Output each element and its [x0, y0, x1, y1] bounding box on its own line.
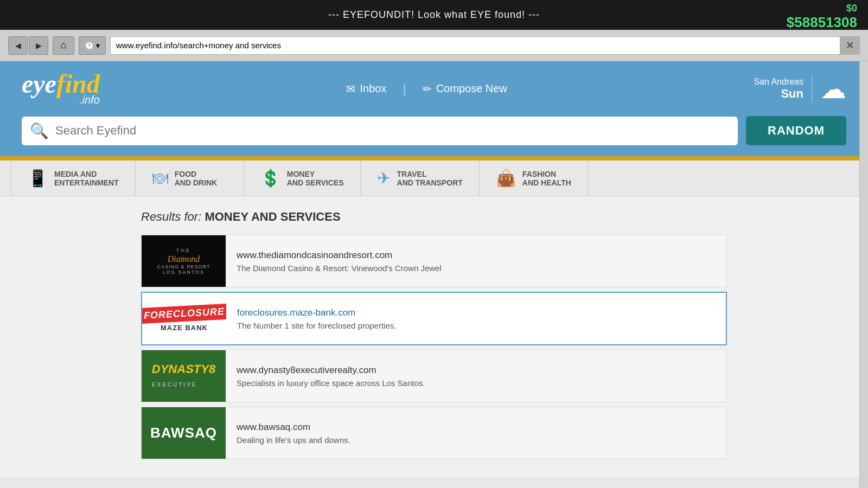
result-info: www.dynasty8executiverealty.com Speciali… — [226, 350, 436, 402]
thumb-diamond: THE Diamond CASINO & RESORT LOS SANTOS — [142, 235, 226, 287]
search-bar-wrapper: 🔍 — [22, 117, 738, 145]
thumb-bawsaq-text: BAWSAQ — [150, 425, 217, 441]
logo[interactable]: eyefind .info — [22, 71, 100, 106]
cat-line1: FASHION — [522, 170, 571, 178]
category-text: MEDIA AND ENTERTAINMENT — [54, 170, 119, 187]
cat-line1: MONEY — [287, 170, 344, 178]
nav-separator: | — [403, 81, 406, 97]
result-desc: Dealing in life's ups and downs. — [237, 435, 350, 445]
money-main: $58851308 — [787, 14, 857, 31]
random-button[interactable]: RANDOM — [746, 116, 846, 145]
thumb-dynasty-inner: DYNASTY8 EXECUTIVE — [152, 363, 215, 389]
money-display: $0 $58851308 — [787, 3, 857, 31]
result-url[interactable]: www.thediamondcasinoandresort.com — [237, 250, 442, 261]
thumb-dynasty: DYNASTY8 EXECUTIVE — [142, 350, 226, 402]
logo-eyefind: eyefind — [22, 71, 100, 97]
compose-icon: ✏ — [423, 82, 432, 95]
top-bar: --- EYEFOUNDIT! Look what EYE found! ---… — [0, 0, 868, 30]
result-url[interactable]: www.bawsaq.com — [237, 422, 350, 433]
cat-line2: AND SERVICES — [287, 178, 344, 187]
result-info: www.bawsaq.com Dealing in life's ups and… — [226, 407, 361, 459]
result-desc: The Diamond Casino & Resort: Vinewood's … — [237, 264, 442, 273]
compose-label: Compose New — [436, 82, 507, 95]
result-desc: Specialists in luxury office space acros… — [237, 378, 425, 388]
result-thumb: THE Diamond CASINO & RESORT LOS SANTOS — [142, 235, 226, 287]
thumb-maze: FORECLOSURE MAZE BANK — [142, 293, 226, 344]
result-item[interactable]: THE Diamond CASINO & RESORT LOS SANTOS w… — [141, 235, 727, 287]
cat-line2: AND HEALTH — [522, 178, 571, 187]
search-icon: 🔍 — [30, 122, 49, 140]
nav-buttons: ◀ ▶ — [8, 36, 48, 55]
money-top: $0 — [787, 3, 857, 14]
thumb-diamond-title: Diamond — [168, 254, 200, 264]
nav-links: ✉ Inbox | ✏ Compose New — [346, 81, 507, 97]
address-bar[interactable] — [110, 36, 840, 55]
cat-line2: AND TRANSPORT — [397, 178, 463, 187]
cloud-icon: ☁ — [820, 74, 846, 104]
category-icon: 💲 — [260, 169, 280, 188]
result-thumb: FORECLOSURE MAZE BANK — [142, 293, 226, 344]
cat-line1: TRAVEL — [397, 170, 463, 178]
history-button[interactable]: 🕐 ▾ — [79, 36, 106, 55]
category-item[interactable]: 👜 FASHION AND HEALTH — [480, 160, 588, 196]
result-thumb: DYNASTY8 EXECUTIVE — [142, 350, 226, 402]
weather-location: San Andreas Sun — [754, 77, 803, 101]
gold-bar — [0, 156, 868, 160]
cat-line2: AND DRINK — [175, 178, 218, 187]
browser-chrome: ◀ ▶ ⌂ 🕐 ▾ ✕ — [0, 30, 868, 61]
forward-button[interactable]: ▶ — [29, 36, 48, 55]
thumb-bawsaq: BAWSAQ — [142, 407, 226, 459]
category-item[interactable]: ✈ TRAVEL AND TRANSPORT — [361, 160, 480, 196]
result-item[interactable]: BAWSAQ www.bawsaq.com Dealing in life's … — [141, 407, 727, 459]
category-icon: 🍽 — [152, 169, 168, 188]
results-list: THE Diamond CASINO & RESORT LOS SANTOS w… — [141, 235, 727, 459]
result-thumb: BAWSAQ — [142, 407, 226, 459]
thumb-diamond-sub: LOS SANTOS — [163, 269, 205, 275]
result-url[interactable]: www.dynasty8executiverealty.com — [237, 365, 425, 376]
content-area: Results for: MONEY AND SERVICES THE Diam… — [0, 196, 868, 477]
categories-nav: 📱 MEDIA AND ENTERTAINMENT 🍽 FOOD AND DRI… — [0, 160, 868, 196]
search-input[interactable] — [55, 124, 730, 138]
back-button[interactable]: ◀ — [8, 36, 28, 55]
category-icon: ✈ — [377, 169, 391, 188]
thumb-dynasty-exec: EXECUTIVE — [152, 382, 197, 388]
inbox-link[interactable]: ✉ Inbox — [346, 82, 386, 95]
result-item[interactable]: DYNASTY8 EXECUTIVE www.dynasty8executive… — [141, 350, 727, 402]
weather-separator — [812, 75, 812, 102]
result-item[interactable]: FORECLOSURE MAZE BANK foreclosures.maze-… — [141, 292, 727, 345]
home-button[interactable]: ⌂ — [53, 36, 74, 55]
category-text: TRAVEL AND TRANSPORT — [397, 170, 463, 187]
category-text: FASHION AND HEALTH — [522, 170, 571, 187]
category-item[interactable]: 💲 MONEY AND SERVICES — [244, 160, 361, 196]
result-url[interactable]: foreclosures.maze-bank.com — [237, 307, 396, 318]
cat-line2: ENTERTAINMENT — [54, 178, 119, 187]
category-item[interactable]: 📱 MEDIA AND ENTERTAINMENT — [11, 160, 136, 196]
address-bar-wrapper: ✕ — [110, 36, 860, 55]
results-header: Results for: MONEY AND SERVICES — [141, 210, 727, 224]
compose-link[interactable]: ✏ Compose New — [423, 82, 507, 95]
category-icon: 👜 — [496, 169, 516, 188]
category-icon: 📱 — [28, 169, 48, 188]
result-desc: The Number 1 site for foreclosed propert… — [237, 321, 396, 330]
site-wrapper: eyefind .info ✉ Inbox | ✏ Compose New Sa… — [0, 61, 868, 156]
result-info: foreclosures.maze-bank.com The Number 1 … — [226, 293, 407, 344]
top-bar-text: --- EYEFOUNDIT! Look what EYE found! --- — [328, 9, 540, 21]
weather-city: Sun — [754, 87, 803, 101]
category-text: FOOD AND DRINK — [175, 170, 218, 187]
results-query: MONEY AND SERVICES — [205, 210, 340, 223]
cat-line1: MEDIA AND — [54, 170, 119, 178]
cat-line1: FOOD — [175, 170, 218, 178]
result-info: www.thediamondcasinoandresort.com The Di… — [226, 235, 452, 287]
inbox-icon: ✉ — [346, 82, 355, 95]
thumb-maze-bank: MAZE BANK — [161, 324, 208, 332]
logo-info: .info — [22, 94, 100, 106]
weather-region: San Andreas — [754, 77, 803, 87]
category-text: MONEY AND SERVICES — [287, 170, 344, 187]
category-item[interactable]: 🍽 FOOD AND DRINK — [136, 160, 244, 196]
close-button[interactable]: ✕ — [840, 36, 860, 55]
weather-widget: San Andreas Sun ☁ — [754, 74, 846, 104]
site-header: eyefind .info ✉ Inbox | ✏ Compose New Sa… — [0, 61, 868, 116]
inbox-label: Inbox — [360, 82, 386, 95]
search-section: 🔍 RANDOM — [0, 116, 868, 156]
scrollbar[interactable] — [859, 61, 868, 488]
